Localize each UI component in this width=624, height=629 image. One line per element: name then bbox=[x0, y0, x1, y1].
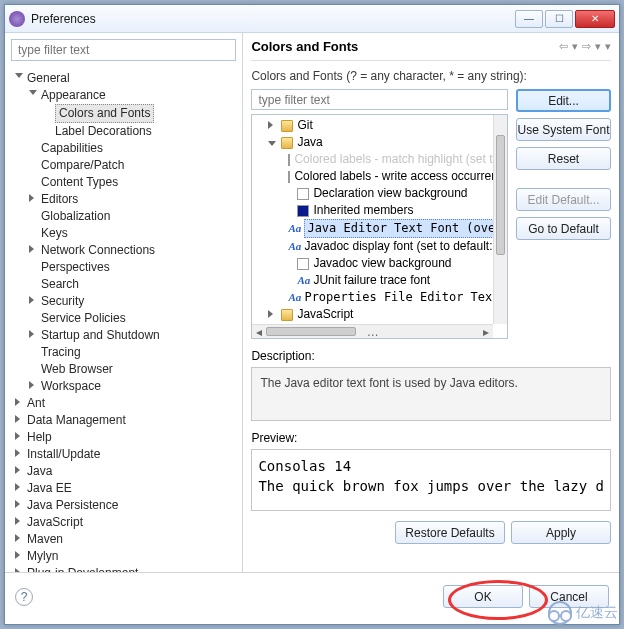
forward-icon[interactable]: ⇨ bbox=[582, 40, 591, 53]
back-icon[interactable]: ⇦ bbox=[559, 40, 568, 53]
ok-button[interactable]: OK bbox=[443, 585, 523, 608]
tree-javascript[interactable]: JavaScript bbox=[27, 515, 83, 529]
folder-icon bbox=[281, 309, 293, 321]
color-swatch-icon bbox=[297, 258, 309, 270]
watermark-logo-icon bbox=[548, 601, 572, 625]
tree-maven[interactable]: Maven bbox=[27, 532, 63, 546]
watermark-text: 亿速云 bbox=[576, 604, 618, 622]
font-icon: Aa bbox=[288, 292, 300, 304]
folder-icon bbox=[281, 137, 293, 149]
left-filter-wrap bbox=[11, 39, 236, 61]
filter-hint: Colors and Fonts (? = any character, * =… bbox=[251, 69, 611, 83]
tree-keys[interactable]: Keys bbox=[41, 226, 68, 240]
tree-java-ee[interactable]: Java EE bbox=[27, 481, 72, 495]
tree-java-persistence[interactable]: Java Persistence bbox=[27, 498, 118, 512]
folder-icon bbox=[281, 120, 293, 132]
page-heading: Colors and Fonts bbox=[251, 39, 559, 54]
tree-compare-patch[interactable]: Compare/Patch bbox=[41, 158, 124, 172]
tree-editors[interactable]: Editors bbox=[41, 192, 78, 206]
tree-capabilities[interactable]: Capabilities bbox=[41, 141, 103, 155]
tree-service-policies[interactable]: Service Policies bbox=[41, 311, 126, 325]
nav-history[interactable]: ⇦▾ ⇨▾ ▾ bbox=[559, 40, 611, 53]
font-tree[interactable]: Git Java Colored labels - match highligh… bbox=[251, 114, 508, 339]
help-icon[interactable]: ? bbox=[15, 588, 33, 606]
restore-defaults-button[interactable]: Restore Defaults bbox=[395, 521, 505, 544]
vertical-scrollbar[interactable] bbox=[493, 115, 507, 324]
dialog-footer: ? OK Cancel bbox=[5, 572, 619, 620]
description-box: The Java editor text font is used by Jav… bbox=[251, 367, 611, 421]
preview-box: Consolas 14 The quick brown fox jumps ov… bbox=[251, 449, 611, 511]
font-icon: Aa bbox=[288, 223, 300, 235]
tree-perspectives[interactable]: Perspectives bbox=[41, 260, 110, 274]
tree-globalization[interactable]: Globalization bbox=[41, 209, 110, 223]
use-system-font-button[interactable]: Use System Font bbox=[516, 118, 611, 141]
tree-mylyn[interactable]: Mylyn bbox=[27, 549, 58, 563]
tree-tracing[interactable]: Tracing bbox=[41, 345, 81, 359]
color-swatch-icon bbox=[288, 171, 290, 183]
left-filter-input[interactable] bbox=[12, 40, 235, 60]
window-title: Preferences bbox=[31, 12, 515, 26]
watermark: 亿速云 bbox=[548, 601, 618, 625]
tree-network[interactable]: Network Connections bbox=[41, 243, 155, 257]
scroll-center-icon: … bbox=[366, 325, 380, 338]
reset-button[interactable]: Reset bbox=[516, 147, 611, 170]
go-to-default-button[interactable]: Go to Default bbox=[516, 217, 611, 240]
right-filter-input[interactable] bbox=[252, 90, 507, 109]
tree-workspace[interactable]: Workspace bbox=[41, 379, 101, 393]
tree-install-update[interactable]: Install/Update bbox=[27, 447, 100, 461]
tree-java[interactable]: Java bbox=[27, 464, 52, 478]
category-panel: General Appearance Colors and Fonts Labe… bbox=[5, 33, 243, 572]
color-swatch-icon bbox=[297, 188, 309, 200]
tree-data-management[interactable]: Data Management bbox=[27, 413, 126, 427]
tree-search[interactable]: Search bbox=[41, 277, 79, 291]
detail-panel: Colors and Fonts ⇦▾ ⇨▾ ▾ Colors and Font… bbox=[243, 33, 619, 572]
scroll-right-icon[interactable]: ▸ bbox=[479, 325, 493, 338]
tree-label-decorations[interactable]: Label Decorations bbox=[55, 124, 152, 138]
edit-button[interactable]: Edit... bbox=[516, 89, 611, 112]
description-label: Description: bbox=[251, 349, 611, 363]
preview-label: Preview: bbox=[251, 431, 611, 445]
tree-help[interactable]: Help bbox=[27, 430, 52, 444]
edit-default-button: Edit Default... bbox=[516, 188, 611, 211]
color-swatch-icon bbox=[288, 154, 290, 166]
scroll-left-icon[interactable]: ◂ bbox=[252, 325, 266, 338]
preferences-window: Preferences — ☐ ✕ General Appearance Col… bbox=[4, 4, 620, 625]
titlebar[interactable]: Preferences — ☐ ✕ bbox=[5, 5, 619, 33]
color-swatch-icon bbox=[297, 205, 309, 217]
tree-security[interactable]: Security bbox=[41, 294, 84, 308]
tree-appearance[interactable]: Appearance bbox=[41, 88, 106, 102]
tree-content-types[interactable]: Content Types bbox=[41, 175, 118, 189]
tree-ant[interactable]: Ant bbox=[27, 396, 45, 410]
horizontal-scrollbar[interactable]: ◂ … ▸ bbox=[252, 324, 493, 338]
apply-button[interactable]: Apply bbox=[511, 521, 611, 544]
minimize-button[interactable]: — bbox=[515, 10, 543, 28]
app-icon bbox=[9, 11, 25, 27]
tree-colors-fonts[interactable]: Colors and Fonts bbox=[55, 104, 154, 123]
close-button[interactable]: ✕ bbox=[575, 10, 615, 28]
tree-web-browser[interactable]: Web Browser bbox=[41, 362, 113, 376]
tree-startup[interactable]: Startup and Shutdown bbox=[41, 328, 160, 342]
category-tree[interactable]: General Appearance Colors and Fonts Labe… bbox=[5, 67, 242, 572]
maximize-button[interactable]: ☐ bbox=[545, 10, 573, 28]
font-icon: Aa bbox=[288, 241, 300, 253]
tree-plugin-dev[interactable]: Plug-in Development bbox=[27, 566, 138, 572]
font-icon: Aa bbox=[297, 275, 309, 287]
tree-general[interactable]: General bbox=[27, 71, 70, 85]
